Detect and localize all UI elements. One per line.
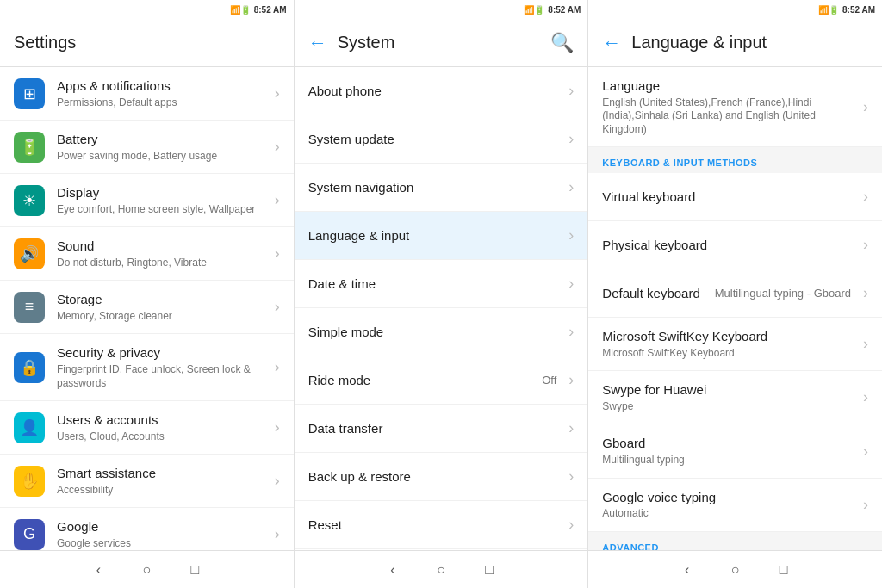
chevron-system-navigation: › [568, 178, 574, 196]
right-settings-item-physical-keyboard[interactable]: Physical keyboard › [588, 221, 882, 269]
settings-item-battery[interactable]: 🔋 Battery Power saving mode, Battery usa… [0, 121, 294, 174]
chevron-about-phone: › [568, 82, 574, 100]
subtitle-smart-assistance: Accessibility [57, 484, 268, 498]
mid-settings-item-reset[interactable]: Reset › [295, 501, 588, 549]
subtitle-microsoft-swiftkey: Microsoft SwiftKey Keyboard [602, 347, 856, 361]
chevron-apps-notifications: › [275, 84, 280, 102]
home-button-mid[interactable]: ○ [431, 560, 451, 580]
mid-settings-item-ride-mode[interactable]: Ride mode Off › [295, 356, 588, 405]
title-ride-mode: Ride mode [308, 372, 543, 389]
chevron-data-transfer: › [568, 419, 574, 437]
middle-search-icon[interactable]: 🔍 [550, 32, 574, 54]
bottom-nav-middle: ‹ ○ □ [295, 551, 589, 588]
mid-settings-item-about-phone[interactable]: About phone › [295, 67, 588, 115]
status-icons-left: 📶🔋 [230, 5, 251, 15]
settings-item-display[interactable]: ☀ Display Eye comfort, Home screen style… [0, 174, 294, 227]
icon-google: G [14, 519, 45, 550]
left-panel-header: Settings [0, 19, 294, 67]
title-smart-assistance: Smart assistance [57, 465, 268, 482]
title-language: Language [602, 77, 856, 95]
mid-settings-item-date-time[interactable]: Date & time › [295, 260, 588, 308]
chevron-simple-mode: › [568, 323, 574, 341]
icon-users-accounts: 👤 [14, 412, 45, 443]
back-button-mid[interactable]: ‹ [382, 560, 403, 580]
title-date-time: Date & time [308, 275, 562, 293]
icon-display: ☀ [14, 185, 45, 216]
title-users-accounts: Users & accounts [57, 412, 268, 429]
subtitle-display: Eye comfort, Home screen style, Wallpape… [57, 203, 268, 217]
chevron-microsoft-swiftkey: › [863, 335, 868, 353]
status-bars: 📶🔋 8:52 AM 📶🔋 8:52 AM 📶🔋 8:52 AM [0, 0, 882, 19]
icon-apps-notifications: ⊞ [14, 78, 45, 109]
settings-item-smart-assistance[interactable]: ✋ Smart assistance Accessibility › [0, 455, 294, 508]
back-button-right[interactable]: ‹ [677, 560, 698, 580]
recent-button-left[interactable]: □ [184, 560, 205, 580]
subtitle-google-voice-typing: Automatic [602, 507, 856, 521]
subtitle-storage: Memory, Storage cleaner [57, 310, 268, 324]
middle-back-icon[interactable]: ← [308, 32, 327, 54]
title-simple-mode: Simple mode [308, 324, 562, 341]
time-mid: 8:52 AM [548, 5, 581, 15]
right-settings-item-language[interactable]: Language English (United States),French … [588, 67, 882, 147]
chevron-language-input: › [568, 226, 574, 244]
text-microsoft-swiftkey: Microsoft SwiftKey Keyboard Microsoft Sw… [602, 328, 856, 360]
recent-button-right[interactable]: □ [773, 560, 794, 580]
text-reset: Reset [308, 517, 562, 534]
mid-settings-item-back-up-restore[interactable]: Back up & restore › [295, 453, 588, 501]
back-button-left[interactable]: ‹ [88, 560, 109, 580]
text-google-voice-typing: Google voice typing Automatic [602, 489, 856, 521]
status-bar-middle: 📶🔋 8:52 AM [295, 0, 589, 19]
text-apps-notifications: Apps & notifications Permissions, Defaul… [57, 77, 268, 109]
mid-settings-item-data-transfer[interactable]: Data transfer › [295, 405, 588, 453]
settings-item-storage[interactable]: ≡ Storage Memory, Storage cleaner › [0, 281, 294, 334]
settings-item-apps-notifications[interactable]: ⊞ Apps & notifications Permissions, Defa… [0, 67, 294, 121]
settings-item-google[interactable]: G Google Google services › [0, 508, 294, 550]
text-system-update: System update [308, 131, 562, 148]
icon-storage: ≡ [14, 292, 45, 323]
icon-battery: 🔋 [14, 132, 45, 163]
mid-settings-item-simple-mode[interactable]: Simple mode › [295, 308, 588, 356]
chevron-battery: › [275, 138, 280, 156]
subtitle-gboard: Multilingual typing [602, 454, 856, 467]
mid-settings-item-system-update[interactable]: System update › [295, 115, 588, 164]
text-language: Language English (United States),French … [602, 77, 856, 136]
subtitle-language: English (United States),French (France),… [602, 96, 856, 137]
title-back-up-restore: Back up & restore [308, 468, 562, 486]
mid-settings-item-language-input[interactable]: Language & input › [295, 212, 588, 260]
text-default-keyboard: Default keyboard [602, 285, 714, 302]
icon-smart-assistance: ✋ [14, 466, 45, 497]
main-panels: Settings ⊞ Apps & notifications Permissi… [0, 19, 882, 550]
chevron-storage: › [275, 298, 280, 316]
chevron-google-voice-typing: › [863, 496, 868, 514]
settings-item-users-accounts[interactable]: 👤 Users & accounts Users, Cloud, Account… [0, 401, 294, 455]
settings-item-sound[interactable]: 🔊 Sound Do not disturb, Ringtone, Vibrat… [0, 227, 294, 281]
chevron-physical-keyboard: › [863, 236, 868, 254]
value-ride-mode: Off [542, 374, 556, 387]
chevron-ride-mode: › [568, 371, 574, 389]
middle-panel-header: ← System 🔍 [295, 19, 588, 67]
home-button-right[interactable]: ○ [725, 560, 746, 580]
right-settings-item-virtual-keyboard[interactable]: Virtual keyboard › [588, 173, 882, 221]
text-users-accounts: Users & accounts Users, Cloud, Accounts [57, 412, 268, 443]
text-smart-assistance: Smart assistance Accessibility [57, 465, 268, 497]
text-battery: Battery Power saving mode, Battery usage [57, 131, 268, 163]
left-settings-list: ⊞ Apps & notifications Permissions, Defa… [0, 67, 294, 550]
mid-settings-item-system-navigation[interactable]: System navigation › [295, 164, 588, 212]
time-left: 8:52 AM [254, 5, 287, 15]
title-physical-keyboard: Physical keyboard [602, 237, 856, 254]
home-button-left[interactable]: ○ [136, 560, 157, 580]
value-default-keyboard: Multilingual typing - Gboard [715, 287, 851, 300]
right-settings-item-default-keyboard[interactable]: Default keyboard Multilingual typing - G… [588, 269, 882, 318]
bottom-nav-right: ‹ ○ □ [588, 551, 882, 588]
title-storage: Storage [57, 291, 268, 308]
text-about-phone: About phone [308, 83, 562, 100]
right-back-icon[interactable]: ← [602, 32, 621, 54]
chevron-language: › [863, 98, 868, 116]
recent-button-mid[interactable]: □ [479, 560, 500, 580]
right-settings-item-swype-huawei[interactable]: Swype for Huawei Swype › [588, 371, 882, 424]
title-swype-huawei: Swype for Huawei [602, 381, 856, 399]
right-settings-item-google-voice-typing[interactable]: Google voice typing Automatic › [588, 479, 882, 532]
settings-item-security-privacy[interactable]: 🔒 Security & privacy Fingerprint ID, Fac… [0, 334, 294, 401]
right-settings-item-gboard[interactable]: Gboard Multilingual typing › [588, 424, 882, 478]
right-settings-item-microsoft-swiftkey[interactable]: Microsoft SwiftKey Keyboard Microsoft Sw… [588, 318, 882, 371]
